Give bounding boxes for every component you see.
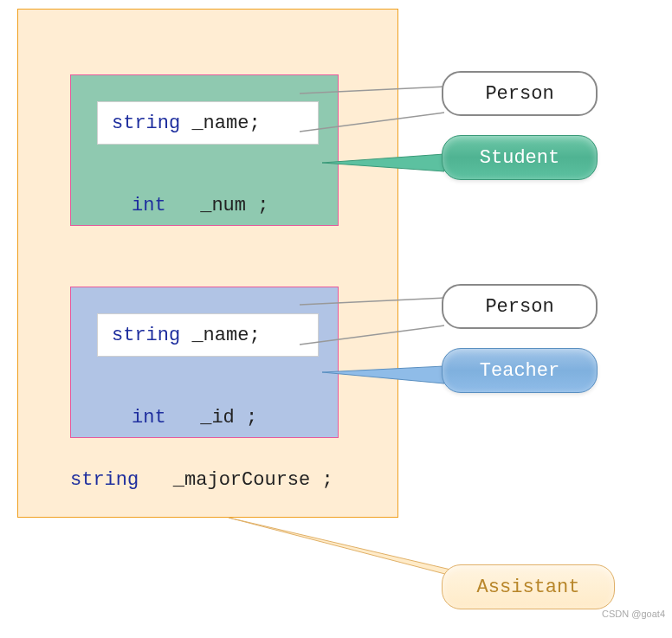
semicolon: ; [249, 325, 260, 346]
teacher-id-field: int _id ; [132, 407, 257, 429]
type-keyword: int [132, 407, 166, 429]
field-name: _id [200, 407, 235, 429]
person-field-student: string _name ; [97, 101, 319, 145]
major-course-field: string _majorCourse ; [70, 469, 333, 491]
callout-text: Assistant [477, 577, 580, 598]
teacher-box: string _name ; int _id ; [70, 287, 339, 438]
semicolon: ; [321, 469, 333, 491]
semicolon: ; [257, 195, 268, 216]
callout-text: Person [485, 296, 553, 318]
student-num-field: int _num ; [132, 195, 268, 216]
type-keyword: string [112, 113, 180, 134]
callout-text: Teacher [480, 360, 559, 382]
assistant-callout: Assistant [442, 564, 615, 609]
type-keyword: string [112, 325, 180, 346]
field-name: _majorCourse [173, 469, 310, 491]
semicolon: ; [246, 407, 257, 429]
field-name: _num [200, 195, 246, 216]
assistant-box: string _name ; int _num ; string _name ;… [17, 9, 398, 518]
callout-text: Student [480, 147, 559, 169]
semicolon: ; [249, 113, 260, 134]
field-name: _name [191, 325, 249, 346]
type-keyword: int [132, 195, 166, 216]
person-callout-1: Person [442, 71, 598, 116]
watermark: CSDN @goat4 [602, 609, 665, 619]
callout-text: Person [485, 83, 553, 105]
teacher-callout: Teacher [442, 348, 598, 393]
student-box: string _name ; int _num ; [70, 74, 339, 226]
person-field-teacher: string _name ; [97, 313, 319, 357]
type-keyword: string [70, 469, 139, 491]
field-name: _name [191, 113, 249, 134]
student-callout: Student [442, 135, 598, 180]
person-callout-2: Person [442, 284, 598, 329]
